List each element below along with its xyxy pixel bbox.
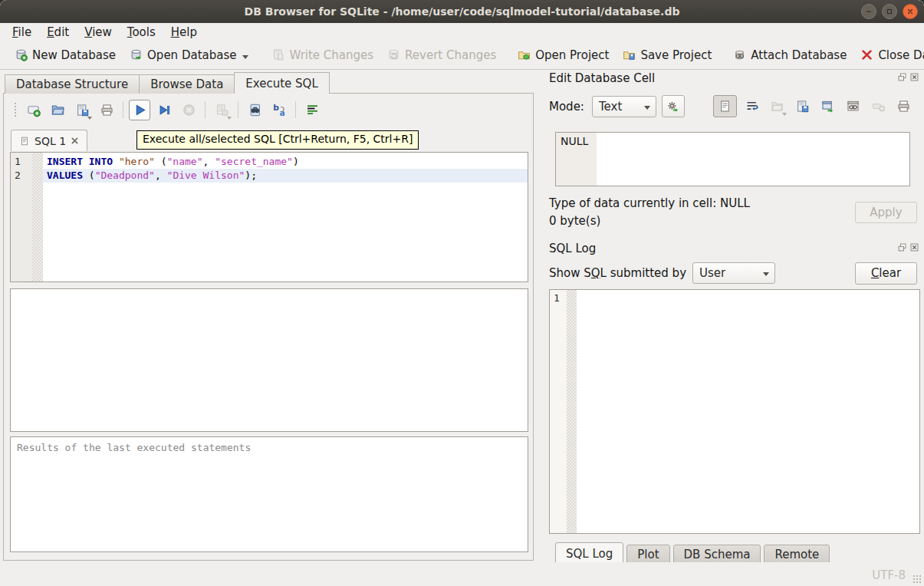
cell-edit-area[interactable] <box>597 133 909 186</box>
find-icon <box>248 103 262 117</box>
code-line[interactable]: 1INSERT INTO "hero" ("name", "secret_nam… <box>11 155 528 169</box>
save-results-dropdown-arrow[interactable] <box>227 117 232 120</box>
print-icon <box>896 99 911 114</box>
word-wrap-toggle[interactable] <box>742 97 762 117</box>
tab-browse-data[interactable]: Browse Data <box>139 74 235 94</box>
code-line[interactable]: 2VALUES ("Deadpond", "Dive Wilson"); <box>11 169 528 183</box>
new-database-button[interactable]: New Database <box>8 44 123 66</box>
mode-select[interactable]: Text <box>592 96 656 117</box>
menu-view[interactable]: View <box>77 25 120 40</box>
print-sql-button[interactable] <box>96 100 117 120</box>
execute-play-icon <box>133 103 147 117</box>
line-number: 2 <box>11 169 32 183</box>
cell-value-gutter: NULL <box>556 133 597 186</box>
execute-tooltip: Execute all/selected SQL [Ctrl+Return, F… <box>136 130 419 150</box>
dock-close-icon[interactable] <box>909 72 919 82</box>
window-controls <box>861 4 918 19</box>
save-results-icon <box>215 103 229 117</box>
save-sql-dropdown-arrow[interactable] <box>87 117 92 120</box>
sql-tab-close-icon[interactable] <box>71 137 79 145</box>
sql-log-area[interactable]: 1 <box>549 289 920 534</box>
close-button[interactable] <box>903 4 918 19</box>
link-data-button[interactable] <box>843 97 863 117</box>
tab-remote[interactable]: Remote <box>764 545 830 563</box>
sql-toolbar-drag-handle[interactable] <box>14 102 17 117</box>
write-changes-button[interactable]: Write Changes <box>265 44 380 66</box>
menu-edit[interactable]: Edit <box>39 25 77 40</box>
edit-cell-dock-controls <box>897 72 919 82</box>
stop-execution-button[interactable] <box>178 100 199 120</box>
text-mode-toggle[interactable] <box>713 95 737 117</box>
resize-grip[interactable] <box>912 574 922 584</box>
revert-changes-button[interactable]: Revert Changes <box>380 44 503 66</box>
open-project-button[interactable]: Open Project <box>511 44 616 66</box>
dock-float-icon[interactable] <box>897 72 907 82</box>
sql-toolbar-separator <box>205 101 206 118</box>
word-wrap-icon <box>745 99 759 114</box>
open-external-button[interactable] <box>817 97 838 117</box>
import-dropdown-arrow[interactable] <box>782 113 787 116</box>
find-replace-button[interactable] <box>268 100 290 120</box>
minimize-button[interactable] <box>861 4 876 19</box>
open-database-icon <box>130 48 143 61</box>
cell-type-info: Type of data currently in cell: NULL <box>549 196 750 210</box>
tab-execute-sql[interactable]: Execute SQL <box>234 72 329 94</box>
format-sql-button[interactable] <box>301 100 323 120</box>
tab-plot[interactable]: Plot <box>626 545 669 563</box>
titlebar[interactable]: DB Browser for SQLite - /home/user/code/… <box>0 0 924 23</box>
menu-help[interactable]: Help <box>163 25 205 40</box>
show-sql-label: Show SQL submitted by <box>549 266 686 280</box>
attach-database-button[interactable]: Attach Database <box>726 44 853 66</box>
cell-size-info: 0 byte(s) <box>549 214 600 228</box>
sql-log-filter-select[interactable]: User <box>692 262 775 284</box>
tab-database-structure[interactable]: Database Structure <box>5 74 140 94</box>
menu-tools[interactable]: Tools <box>120 25 163 40</box>
app-window: DB Browser for SQLite - /home/user/code/… <box>0 0 924 586</box>
main-tabbar: Database Structure Browse Data Execute S… <box>5 73 329 94</box>
dock-float-icon[interactable] <box>897 242 907 252</box>
execute-sql-panel: SQL 1 Execute all/selected SQL [Ctrl+Ret… <box>3 93 534 561</box>
clear-log-button[interactable]: Clear <box>855 262 917 285</box>
open-database-button[interactable]: Open Database <box>123 44 255 66</box>
tab-db-schema[interactable]: DB Schema <box>673 545 761 563</box>
menu-file[interactable]: File <box>5 25 39 40</box>
save-sql-file-button[interactable] <box>71 100 93 120</box>
results-message-area[interactable]: Results of the last executed statements <box>10 436 528 552</box>
apply-data-button[interactable] <box>662 95 685 117</box>
find-button[interactable] <box>244 100 265 120</box>
execute-current-line-button[interactable] <box>153 100 175 120</box>
maximize-button[interactable] <box>882 4 897 19</box>
sql-toolbar <box>10 97 324 122</box>
open-sql-file-button[interactable] <box>47 100 68 120</box>
execute-line-icon <box>157 103 172 117</box>
dock-close-icon[interactable] <box>909 242 919 252</box>
close-database-button[interactable]: Close Database <box>853 44 924 66</box>
save-results-button[interactable] <box>211 100 232 120</box>
open-sql-file-icon <box>51 103 65 117</box>
export-cell-button[interactable] <box>792 97 813 117</box>
save-sql-file-icon <box>75 103 90 117</box>
dock-splitter[interactable] <box>719 233 745 235</box>
apply-button[interactable]: Apply <box>855 202 917 223</box>
execute-all-button[interactable] <box>129 100 150 120</box>
statusbar: UTF-8 <box>0 562 924 586</box>
print-cell-button[interactable] <box>893 97 914 117</box>
save-project-button[interactable]: Save Project <box>616 44 718 66</box>
mode-select-arrow <box>644 106 650 110</box>
sql-toolbar-separator <box>238 101 238 118</box>
revert-changes-icon <box>387 48 400 61</box>
tab-sql-log[interactable]: SQL Log <box>555 542 623 563</box>
set-null-button[interactable] <box>868 97 889 117</box>
format-sql-icon <box>305 103 320 117</box>
cell-editor[interactable]: NULL <box>555 132 910 186</box>
new-sql-tab-button[interactable] <box>22 100 44 120</box>
sql-tab[interactable]: SQL 1 <box>11 130 87 151</box>
fold-margin <box>32 155 43 169</box>
sql-editor[interactable]: 1INSERT INTO "hero" ("name", "secret_nam… <box>10 152 528 282</box>
editor-results-splitter[interactable] <box>10 283 528 288</box>
open-database-dropdown-arrow[interactable] <box>242 55 248 59</box>
results-grid[interactable] <box>10 288 528 432</box>
code-text: VALUES ("Deadpond", "Dive Wilson"); <box>43 169 528 183</box>
code-text: INSERT INTO "hero" ("name", "secret_name… <box>43 155 528 169</box>
import-cell-button[interactable] <box>767 97 788 117</box>
